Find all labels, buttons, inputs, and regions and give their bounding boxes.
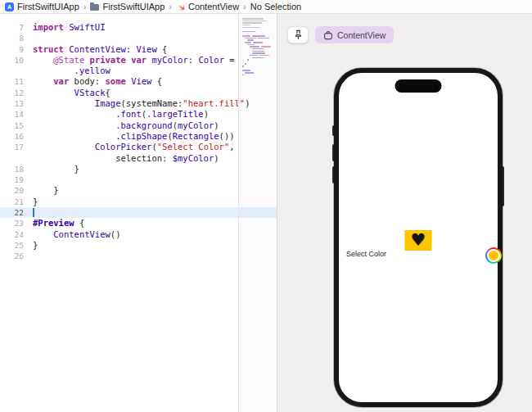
minimap-line bbox=[242, 42, 277, 43]
code-rows: 7import SwiftUI89struct ContentView: Vie… bbox=[0, 22, 238, 262]
code-line: 19 bbox=[0, 174, 238, 185]
breadcrumb-label: ContentView bbox=[188, 2, 239, 11]
minimap-line bbox=[242, 44, 277, 46]
breadcrumb-label: FirstSwiftUIApp bbox=[102, 2, 165, 11]
minimap-line bbox=[242, 22, 277, 24]
text-cursor bbox=[33, 208, 34, 217]
line-number: 7 bbox=[0, 22, 24, 33]
iphone-preview: ♥ Select Color bbox=[334, 68, 503, 407]
minimap-line bbox=[242, 68, 277, 70]
code-line: 21} bbox=[0, 197, 238, 207]
line-number: 20 bbox=[0, 185, 24, 196]
color-picker-label: Select Color bbox=[346, 250, 386, 258]
xcode-window: AFirstSwiftUIApp›FirstSwiftUIApp›Content… bbox=[0, 0, 532, 412]
line-number: 17 bbox=[0, 142, 24, 152]
app-project-icon: A bbox=[5, 2, 14, 11]
code-text: } bbox=[33, 164, 79, 174]
preview-target-label: ContentView bbox=[337, 30, 385, 40]
minimap-line bbox=[242, 39, 277, 41]
code-text: .background(myColor) bbox=[33, 120, 219, 131]
line-number: 19 bbox=[0, 174, 24, 185]
breadcrumb-item[interactable]: FirstSwiftUIApp bbox=[90, 2, 165, 11]
minimap-line bbox=[242, 72, 277, 74]
code-line: 25} bbox=[0, 240, 238, 251]
line-number: 14 bbox=[0, 109, 24, 120]
line-number: 13 bbox=[0, 98, 24, 109]
preview-canvas: ContentView ♥ Select Color bbox=[277, 14, 532, 412]
breadcrumb: AFirstSwiftUIApp›FirstSwiftUIApp›Content… bbox=[0, 0, 532, 14]
minimap-line bbox=[242, 31, 277, 33]
code-line: 18 } bbox=[0, 164, 238, 174]
breadcrumb-separator: › bbox=[79, 2, 91, 11]
code-text: ColorPicker("Select Color", bbox=[33, 142, 235, 152]
line-number: 15 bbox=[0, 120, 24, 131]
line-number: 24 bbox=[0, 229, 24, 240]
code-line: 7import SwiftUI bbox=[0, 22, 238, 33]
minimap-line bbox=[242, 70, 277, 71]
minimap-line bbox=[242, 46, 277, 48]
code-line: 24 ContentView() bbox=[0, 229, 238, 240]
line-number: 22 bbox=[0, 207, 24, 218]
code-text: .font(.largeTitle) bbox=[33, 109, 209, 120]
code-text: selection: $myColor) bbox=[33, 153, 219, 164]
minimap-line bbox=[242, 33, 277, 34]
color-picker-current-color bbox=[487, 249, 500, 262]
code-line: 10 @State private var myColor: Color = bbox=[0, 55, 238, 66]
code-line: selection: $myColor) bbox=[0, 153, 238, 164]
code-text: VStack{ bbox=[33, 88, 110, 98]
heart-image-background: ♥ bbox=[405, 230, 432, 251]
code-line: 20 } bbox=[0, 185, 238, 196]
color-picker-swatch[interactable] bbox=[485, 247, 502, 264]
code-text: .yellow bbox=[33, 66, 110, 76]
minimap-line bbox=[242, 18, 277, 20]
line-number: 26 bbox=[0, 251, 24, 261]
code-line: 13 Image(systemName:"heart.fill") bbox=[0, 98, 238, 109]
code-text: var body: some View { bbox=[33, 76, 162, 87]
code-editor[interactable]: 7import SwiftUI89struct ContentView: Vie… bbox=[0, 14, 238, 412]
folder-icon bbox=[90, 4, 99, 11]
minimap-line bbox=[242, 57, 277, 59]
swift-file-icon bbox=[176, 2, 185, 11]
minimap-line bbox=[242, 66, 277, 67]
minimap-line bbox=[242, 38, 277, 39]
minimap-line bbox=[242, 48, 277, 50]
breadcrumb-item[interactable]: No Selection bbox=[250, 2, 301, 11]
code-text: } bbox=[33, 240, 38, 251]
minimap-line bbox=[242, 29, 277, 30]
code-text: @State private var myColor: Color = bbox=[33, 55, 235, 66]
minimap[interactable] bbox=[238, 14, 277, 412]
line-number: 23 bbox=[0, 218, 24, 229]
line-number: 12 bbox=[0, 88, 24, 98]
minimap-line bbox=[242, 63, 277, 65]
code-text bbox=[33, 207, 34, 218]
code-line: 23#Preview { bbox=[0, 218, 238, 229]
dynamic-island bbox=[395, 79, 442, 93]
breadcrumb-item[interactable]: ContentView bbox=[176, 2, 239, 11]
line-number bbox=[0, 66, 24, 76]
app-window-icon bbox=[323, 30, 333, 40]
line-number: 10 bbox=[0, 55, 24, 66]
code-text: .clipShape(Rectangle()) bbox=[33, 131, 235, 142]
code-text: Image(systemName:"heart.fill") bbox=[33, 98, 250, 109]
code-line: 11 var body: some View { bbox=[0, 76, 238, 87]
breadcrumb-label: No Selection bbox=[250, 2, 301, 11]
breadcrumb-item[interactable]: AFirstSwiftUIApp bbox=[5, 2, 79, 11]
preview-target-button[interactable]: ContentView bbox=[315, 26, 394, 43]
minimap-line bbox=[242, 61, 277, 63]
code-text: } bbox=[33, 185, 59, 196]
minimap-line bbox=[242, 52, 277, 54]
pin-button[interactable] bbox=[287, 26, 309, 43]
line-number: 11 bbox=[0, 76, 24, 87]
code-line: 26 bbox=[0, 251, 238, 261]
code-line: 16 .clipShape(Rectangle()) bbox=[0, 131, 238, 142]
line-number: 18 bbox=[0, 164, 24, 174]
line-number: 9 bbox=[0, 44, 24, 55]
line-number bbox=[0, 153, 24, 164]
minimap-line bbox=[242, 59, 277, 61]
minimap-line bbox=[242, 35, 277, 37]
minimap-line bbox=[242, 27, 277, 29]
code-line: 17 ColorPicker("Select Color", bbox=[0, 142, 238, 152]
breadcrumb-separator: › bbox=[165, 2, 176, 11]
code-text: #Preview { bbox=[33, 218, 84, 229]
code-line: 15 .background(myColor) bbox=[0, 120, 238, 131]
